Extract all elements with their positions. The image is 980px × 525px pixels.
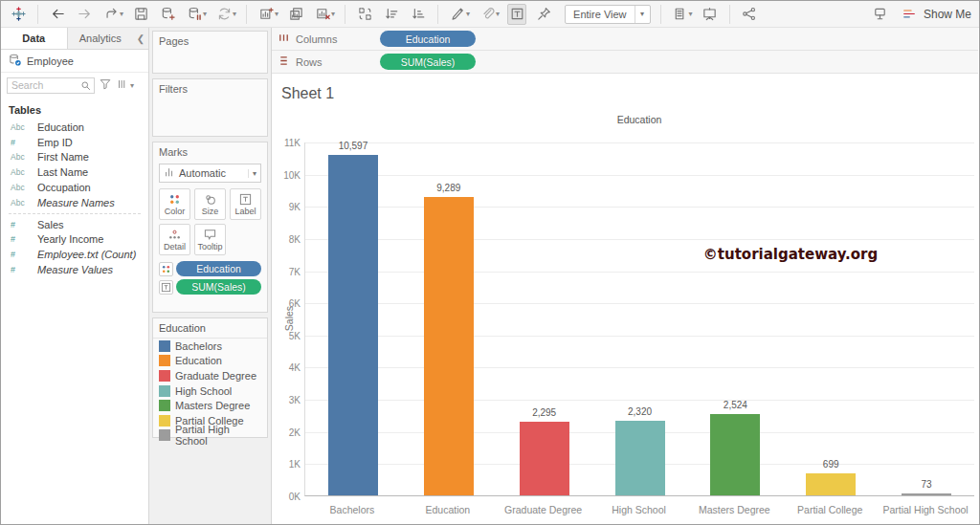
legend-item[interactable]: High School	[153, 383, 267, 399]
bar-graduate-degree[interactable]	[520, 422, 569, 495]
legend-item[interactable]: Graduate Degree	[153, 368, 267, 383]
marks-pill-sum-sales[interactable]: SUM(Sales)	[176, 279, 261, 295]
legend-item[interactable]: Education	[153, 354, 267, 369]
bar-partial-high-school[interactable]	[902, 493, 951, 496]
sort-ascending-icon[interactable]	[382, 4, 401, 25]
data-source-connection[interactable]: Employee	[1, 50, 148, 73]
pause-caret-icon[interactable]: ▾	[203, 10, 207, 18]
size-button[interactable]: Size	[194, 188, 226, 220]
bar-chart-plot: 0K1K2K3K4K5K6K7K8K9K10K11K10,5979,2892,2…	[304, 142, 974, 496]
show-hide-cards-caret-icon[interactable]: ▾	[689, 10, 693, 18]
share-icon[interactable]	[740, 4, 759, 25]
bar-value-label: 73	[922, 479, 932, 490]
y-axis-tick: 10K	[283, 169, 301, 180]
show-hide-cards-icon[interactable]	[671, 4, 690, 25]
gridline	[305, 272, 974, 273]
rows-shelf[interactable]: Rows SUM(Sales)	[272, 51, 978, 74]
legend-item[interactable]: Partial High School	[153, 428, 267, 444]
filter-fields-icon[interactable]	[99, 77, 112, 93]
fix-axes-icon[interactable]	[534, 4, 553, 25]
field-item[interactable]: AbcEducation	[1, 120, 148, 135]
duplicate-sheet-icon[interactable]	[286, 4, 305, 25]
bar-value-label: 699	[823, 459, 839, 470]
field-item[interactable]: AbcOccupation	[1, 180, 148, 195]
color-button[interactable]: Color	[159, 188, 190, 220]
bar-masters-degree[interactable]	[710, 414, 760, 495]
color-legend-icon	[159, 262, 173, 276]
view-mode-caret-icon[interactable]: ▾	[635, 6, 650, 23]
size-circles-icon	[203, 193, 217, 206]
field-item[interactable]: AbcMeasure Names	[1, 195, 148, 210]
view-options-icon[interactable]	[116, 77, 129, 93]
field-list: AbcEducation#Emp IDAbcFirst NameAbcLast …	[1, 120, 148, 277]
tab-analytics[interactable]: Analytics	[68, 28, 134, 49]
columns-shelf[interactable]: Columns Education	[272, 28, 978, 51]
view-mode-dropdown[interactable]: Entire View ▾	[565, 5, 650, 24]
toolbar-separator	[437, 5, 438, 24]
search-input[interactable]	[7, 77, 95, 94]
paperclip-caret-icon[interactable]: ▾	[496, 10, 500, 18]
rows-pill-sum-sales[interactable]: SUM(Sales)	[380, 54, 476, 70]
clear-sheet-icon[interactable]	[313, 4, 332, 25]
marks-buttons: Color Size Label Detail Tooltip	[159, 188, 261, 255]
label-button[interactable]: Label	[230, 188, 261, 220]
field-item[interactable]: #Yearly Income	[1, 232, 148, 248]
y-axis-tick: 5K	[289, 330, 301, 340]
tab-data[interactable]: Data	[1, 28, 68, 49]
tableau-logo-icon	[9, 4, 28, 25]
detail-button[interactable]: Detail	[159, 224, 190, 255]
field-item[interactable]: #Employee.txt (Count)	[1, 247, 148, 262]
view-mode-label: Entire View	[566, 6, 634, 23]
field-item[interactable]: #Sales	[1, 217, 148, 232]
collapse-pane-icon[interactable]: ❮	[133, 28, 148, 49]
new-worksheet-caret-icon[interactable]: ▾	[275, 10, 278, 18]
pages-shelf[interactable]: Pages	[152, 31, 268, 74]
marks-pill-education[interactable]: Education	[176, 261, 261, 276]
show-mark-labels-icon[interactable]	[507, 4, 526, 25]
refresh-data-source-icon[interactable]	[214, 4, 234, 25]
toolbar-separator	[660, 5, 661, 24]
bar-partial-college[interactable]	[806, 473, 856, 496]
undo-icon[interactable]	[48, 4, 67, 25]
redo-icon[interactable]	[75, 4, 94, 25]
mark-type-dropdown[interactable]: Automatic ▾	[159, 164, 261, 183]
refresh-caret-icon[interactable]: ▾	[233, 10, 236, 18]
swap-rows-columns-icon[interactable]	[355, 4, 374, 25]
show-me-button[interactable]: Show Me	[900, 4, 971, 25]
highlight-caret-icon[interactable]: ▾	[466, 10, 470, 18]
pause-data-source-icon[interactable]	[185, 4, 204, 25]
filters-shelf[interactable]: Filters	[152, 78, 268, 137]
field-name: Education	[37, 121, 84, 133]
new-worksheet-icon[interactable]	[256, 4, 276, 25]
bar-education[interactable]	[424, 197, 474, 495]
legend-label: Masters Degree	[175, 400, 250, 411]
replay-icon[interactable]	[101, 4, 121, 25]
bar-high-school[interactable]	[615, 421, 665, 495]
paperclip-icon[interactable]	[478, 4, 497, 25]
view-options-caret-icon[interactable]: ▾	[130, 81, 134, 90]
bar-bachelors[interactable]	[328, 155, 378, 495]
watermark: ©tutorialgateway.org	[703, 246, 878, 263]
replay-caret-icon[interactable]: ▾	[120, 10, 123, 18]
tooltip-button[interactable]: Tooltip	[194, 224, 226, 255]
legend-item[interactable]: Masters Degree	[153, 398, 267, 413]
field-item[interactable]: #Measure Values	[1, 262, 148, 277]
highlight-icon[interactable]	[448, 4, 467, 25]
field-item[interactable]: AbcFirst Name	[1, 150, 148, 165]
field-item[interactable]: AbcLast Name	[1, 164, 148, 180]
save-icon[interactable]	[131, 4, 150, 25]
sort-descending-icon[interactable]	[409, 4, 428, 25]
mark-type-caret-icon[interactable]: ▾	[248, 169, 256, 178]
add-data-source-icon[interactable]	[158, 4, 177, 25]
tooltip-icon[interactable]	[871, 4, 890, 25]
columns-icon	[278, 32, 290, 46]
legend-label: High School	[175, 385, 232, 397]
clear-sheet-caret-icon[interactable]: ▾	[331, 10, 335, 18]
legend-item[interactable]: Bachelors	[153, 339, 267, 354]
presentation-mode-icon[interactable]	[701, 4, 720, 25]
field-name: Occupation	[37, 182, 91, 193]
field-item[interactable]: #Emp ID	[1, 135, 148, 150]
columns-pill-education[interactable]: Education	[380, 31, 476, 47]
y-axis-tick: 0K	[289, 492, 301, 502]
mark-type-label: Automatic	[179, 167, 244, 179]
